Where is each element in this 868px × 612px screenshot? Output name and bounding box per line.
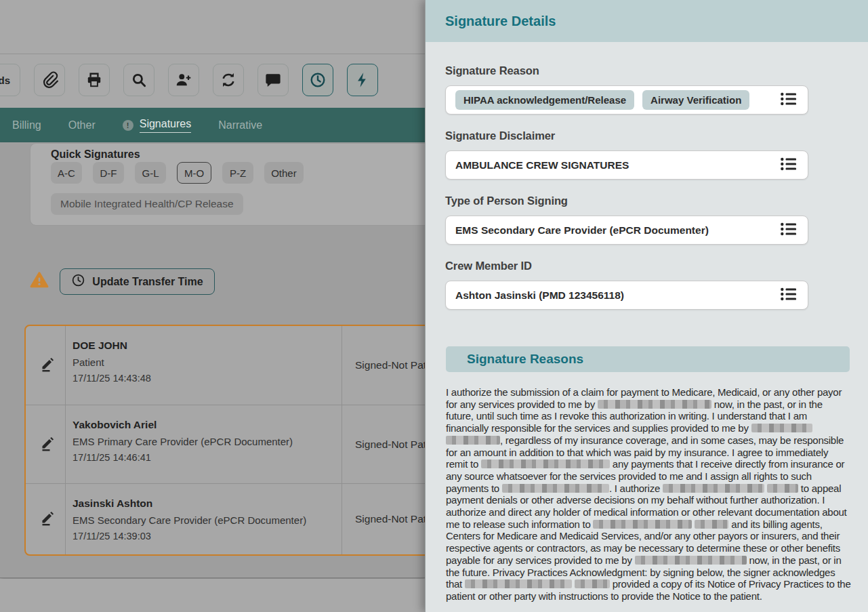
search-button[interactable] (123, 64, 154, 96)
signature-reasons-text: I authorize the submission of a claim fo… (446, 386, 851, 603)
signature-row-yakobovich[interactable]: Yakobovich Ariel EMS Primary Care Provid… (26, 405, 425, 483)
quick-signatures-card: Quick Signatures A-C D-F G-L M-O P-Z Oth… (30, 143, 425, 226)
reason-chip-hipaa[interactable]: HIPAA acknowledgement/Release (455, 90, 634, 110)
redacted-text (502, 484, 609, 493)
divider (0, 54, 425, 54)
quick-signature-range-buttons: A-C D-F G-L M-O P-Z Other (51, 162, 304, 184)
signature-reasons-band: Signature Reasons (446, 346, 850, 372)
redacted-text (767, 484, 798, 493)
signature-details-panel: Signature Details Signature Reason HIPAA… (425, 0, 868, 612)
range-button-other[interactable]: Other (264, 162, 304, 184)
attachment-icon (41, 71, 58, 89)
attachment-button[interactable] (34, 64, 65, 96)
chat-button[interactable] (257, 64, 289, 96)
chat-icon (264, 71, 282, 89)
redacted-text (751, 424, 812, 432)
crew-member-id-label: Crew Member ID (445, 260, 808, 272)
range-button-df[interactable]: D-F (93, 162, 124, 184)
signatures-tab-content: Quick Signatures A-C D-F G-L M-O P-Z Oth… (0, 142, 425, 578)
signature-reasons-title: Signature Reasons (467, 352, 583, 367)
signature-timestamp: 17/11/25 14:43:48 (73, 373, 151, 384)
signature-disclaimer-value: AMBULANCE CREW SIGNATURES (455, 159, 629, 171)
report-toolbar: lds (0, 64, 378, 96)
type-of-person-field[interactable]: EMS Secondary Care Provider (ePCR Docume… (445, 216, 808, 245)
signature-reason-chips: HIPAA acknowledgement/Release Airway Ver… (455, 90, 749, 110)
refresh-button[interactable] (213, 64, 244, 96)
signer-name: Yakobovich Ariel (73, 419, 293, 431)
signer-role: EMS Secondary Care Provider (ePCR Docume… (73, 514, 306, 526)
quick-signatures-title: Quick Signatures (51, 148, 140, 161)
range-button-mo[interactable]: M-O (177, 162, 211, 184)
add-person-icon (175, 71, 192, 89)
signature-row-jasinski[interactable]: Jasinski Ashton EMS Secondary Care Provi… (26, 484, 425, 554)
signer-role: Patient (73, 356, 151, 368)
edit-pencil-icon[interactable] (39, 510, 56, 529)
tab-signatures[interactable]: ! Signatures (123, 118, 192, 133)
signature-disclaimer-field[interactable]: AMBULANCE CREW SIGNATURES (445, 150, 808, 180)
fields-button[interactable]: lds (0, 64, 20, 96)
edit-pencil-icon[interactable] (39, 435, 56, 454)
signature-reason-group: Signature Reason HIPAA acknowledgement/R… (445, 64, 808, 77)
type-of-person-value: EMS Secondary Care Provider (ePCR Docume… (455, 224, 709, 237)
tab-billing[interactable]: Billing (12, 119, 41, 131)
redacted-text (635, 556, 747, 565)
quick-actions-lightning-icon (354, 71, 371, 89)
search-icon (130, 71, 148, 89)
quick-actions-button[interactable] (347, 64, 378, 96)
signatures-table: DOE JOHN Patient 17/11/25 14:43:48 Signe… (24, 325, 425, 556)
range-button-pz[interactable]: P-Z (222, 162, 253, 184)
redacted-text (446, 436, 500, 445)
signature-status: Signed-Not Pat (355, 359, 425, 371)
add-person-button[interactable] (168, 64, 199, 96)
list-picker-icon[interactable] (780, 157, 798, 174)
signature-disclaimer-group: Signature Disclaimer AMBULANCE CREW SIGN… (445, 129, 808, 142)
signature-status: Signed-Not Pat (355, 513, 425, 525)
type-of-person-group: Type of Person Signing EMS Secondary Car… (445, 195, 808, 207)
signature-row-doe-john[interactable]: DOE JOHN Patient 17/11/25 14:43:48 Signe… (26, 326, 425, 405)
alert-circle-icon: ! (123, 120, 133, 131)
redacted-text (663, 484, 764, 493)
mih-cp-release-button[interactable]: Mobile Integrated Health/CP Release (51, 193, 243, 215)
signature-timestamp: 17/11/25 14:46:41 (73, 452, 293, 463)
list-picker-icon[interactable] (780, 91, 798, 109)
reason-chip-airway[interactable]: Airway Verification (642, 90, 749, 110)
tab-narrative[interactable]: Narrative (218, 119, 262, 131)
signature-disclaimer-label: Signature Disclaimer (445, 129, 808, 142)
crew-member-id-value: Ashton Jasinski (PMD 123456118) (455, 289, 624, 302)
history-clock-icon (309, 71, 327, 89)
redacted-text (481, 460, 610, 468)
type-of-person-label: Type of Person Signing (445, 195, 808, 207)
range-button-gl[interactable]: G-L (135, 162, 166, 184)
edit-pencil-icon[interactable] (39, 356, 56, 375)
redacted-text (598, 400, 711, 409)
page-background (0, 579, 425, 612)
list-picker-icon[interactable] (780, 222, 798, 239)
crew-member-id-field[interactable]: Ashton Jasinski (PMD 123456118) (445, 281, 808, 310)
clock-icon (71, 273, 85, 290)
history-button[interactable] (302, 64, 333, 96)
update-transfer-time-label: Update Transfer Time (92, 276, 203, 288)
dimmed-report-area: lds (0, 0, 425, 612)
list-picker-icon[interactable] (780, 287, 798, 304)
signature-timestamp: 17/11/25 14:39:03 (73, 531, 306, 542)
app-window: lds (0, 0, 868, 612)
signature-reason-label: Signature Reason (445, 64, 808, 77)
signature-status: Signed-Not Pat (355, 438, 425, 451)
signer-role: EMS Primary Care Provider (ePCR Document… (73, 436, 293, 447)
fields-button-label: lds (0, 75, 10, 86)
warning-icon (30, 271, 49, 289)
redacted-text (465, 579, 572, 588)
redacted-text (575, 579, 610, 588)
print-button[interactable] (79, 64, 110, 96)
panel-header: Signature Details (426, 0, 868, 42)
redacted-text (695, 520, 728, 529)
signature-reason-field[interactable]: HIPAA acknowledgement/Release Airway Ver… (445, 85, 808, 115)
signer-name: DOE JOHN (73, 340, 151, 352)
update-transfer-time-button[interactable]: Update Transfer Time (60, 268, 215, 295)
range-button-ac[interactable]: A-C (51, 162, 82, 184)
print-icon (85, 71, 103, 89)
tab-signatures-label: Signatures (140, 118, 192, 133)
report-tabbar: Billing Other ! Signatures Narrative (0, 108, 425, 142)
tab-other[interactable]: Other (68, 119, 96, 131)
refresh-icon (220, 71, 237, 89)
